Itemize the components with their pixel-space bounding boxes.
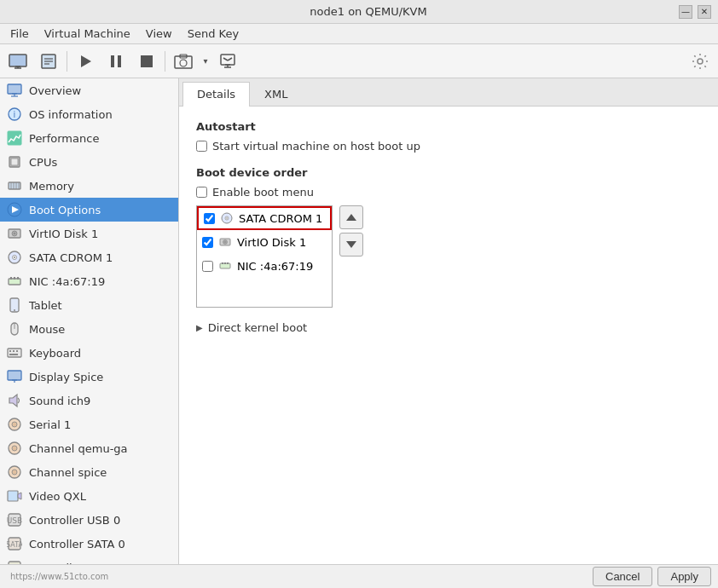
sidebar-item-sata-label: Controller SATA 0 [29,538,125,551]
sidebar-item-video[interactable]: Video QXL [0,484,178,508]
cancel-button[interactable]: Cancel [593,567,652,586]
svg-rect-30 [11,159,18,165]
menu-virtual-machine[interactable]: Virtual Machine [38,26,137,42]
pause-button[interactable] [101,47,130,76]
redirect-button[interactable] [213,47,242,76]
svg-rect-57 [8,371,21,380]
sidebar-item-boot-options[interactable]: Boot Options [0,198,178,222]
minimize-button[interactable]: — [679,5,692,19]
boot-arrows [339,205,363,257]
toolbar-dropdown[interactable]: ▾ [200,47,211,76]
close-button[interactable]: ✕ [698,5,711,19]
enable-boot-menu-checkbox[interactable] [196,187,207,198]
boot-item-1-icon [218,235,232,249]
sidebar-item-pcie[interactable]: PCIe Controller PCIe 0 [0,556,178,564]
svg-rect-54 [13,350,14,352]
boot-list-item-2[interactable]: NIC :4a:67:19 [197,254,332,278]
svg-point-21 [698,59,703,64]
sidebar-item-os-info[interactable]: i OS information [0,102,178,126]
settings-button[interactable] [686,47,715,76]
sidebar-item-sata-cdrom[interactable]: SATA CDROM 1 [0,245,178,269]
boot-item-0-checkbox[interactable] [204,213,215,224]
sidebar-item-usb-label: Controller USB 0 [29,514,120,527]
svg-marker-8 [81,55,91,67]
sidebar-item-virtio-disk[interactable]: VirtIO Disk 1 [0,222,178,245]
console-button[interactable] [3,47,32,76]
enable-boot-menu-row: Enable boot menu [196,186,701,199]
svg-rect-9 [111,55,114,67]
boot-item-2-icon [218,259,232,273]
boot-list-item-1[interactable]: VirtIO Disk 1 [197,230,332,254]
channel-spice-icon [7,464,22,480]
sidebar-item-nic-label: NIC :4a:67:19 [29,275,105,288]
tab-bar: Details XML [179,78,718,107]
svg-rect-83 [224,262,226,264]
boot-device-list: SATA CDROM 1 VirtIO Disk 1 [196,205,333,308]
sidebar-item-cpus[interactable]: CPUs [0,150,178,174]
serial-icon [7,417,22,432]
overview-icon [7,83,22,98]
sidebar-item-boot-options-label: Boot Options [29,204,101,216]
sidebar-item-mouse-label: Mouse [29,323,65,336]
sata-icon: SATA [7,536,22,551]
sidebar-item-channel-spice[interactable]: Channel spice [0,460,178,484]
sidebar-item-performance[interactable]: Performance [0,126,178,150]
sata-cdrom-icon [7,250,22,265]
svg-rect-53 [9,350,11,352]
move-up-button[interactable] [339,205,363,229]
watermark-text: https://www.51cto.com [10,572,108,581]
svg-point-43 [14,257,15,258]
menu-send-key[interactable]: Send Key [181,26,246,42]
virtio-disk-icon [7,226,22,241]
sidebar-item-mouse[interactable]: Mouse [0,317,178,341]
boot-device-order-title: Boot device order [196,166,701,179]
memory-icon [7,178,22,193]
menu-view[interactable]: View [139,26,179,42]
sidebar-item-memory[interactable]: Memory [0,174,178,198]
sidebar-item-keyboard[interactable]: Keyboard [0,341,178,365]
tab-details[interactable]: Details [182,82,250,107]
boot-item-2-checkbox[interactable] [202,261,213,272]
autostart-checkbox-label: Start virtual machine on host boot up [212,140,420,153]
sidebar-item-channel-spice-label: Channel spice [29,466,107,479]
usb-icon: USB [7,512,22,527]
toolbar-sep-2 [165,51,165,72]
apply-button[interactable]: Apply [657,567,711,586]
sidebar-item-nic[interactable]: NIC :4a:67:19 [0,269,178,293]
tab-xml[interactable]: XML [250,82,302,106]
autostart-checkbox[interactable] [196,141,207,152]
sidebar-item-tablet[interactable]: Tablet [0,293,178,317]
svg-rect-15 [221,55,235,65]
screenshot-button[interactable] [169,47,198,76]
svg-line-19 [223,58,228,61]
tablet-icon [7,297,22,313]
direct-kernel-boot-collapsible[interactable]: ▶ Direct kernel boot [196,321,701,334]
sidebar-item-sound[interactable]: Sound ich9 [0,389,178,412]
menu-file[interactable]: File [3,26,36,42]
svg-rect-46 [14,277,15,280]
sidebar: Overview i OS information Performance CP… [0,78,179,564]
boot-options-icon [7,202,22,217]
move-down-button[interactable] [339,233,363,257]
sidebar-item-usb[interactable]: USB Controller USB 0 [0,508,178,532]
sidebar-item-serial[interactable]: Serial 1 [0,412,178,436]
sidebar-item-overview[interactable]: Overview [0,78,178,102]
boot-list-item-0[interactable]: SATA CDROM 1 [197,206,332,230]
sidebar-item-sata[interactable]: SATA Controller SATA 0 [0,532,178,556]
svg-point-64 [12,446,17,451]
run-button[interactable] [71,47,100,76]
sidebar-item-channel-qemu[interactable]: Channel qemu-ga [0,436,178,460]
performance-icon [7,130,22,146]
sidebar-item-display-spice[interactable]: Display Spice [0,365,178,389]
toolbar-right [686,47,715,76]
stop-button[interactable] [132,47,161,76]
details-button[interactable] [34,47,63,76]
sidebar-item-sound-label: Sound ich9 [29,395,90,407]
boot-item-1-checkbox[interactable] [202,237,213,248]
svg-rect-22 [8,84,21,94]
toolbar-sep-1 [67,51,67,72]
boot-item-2-label: NIC :4a:67:19 [237,260,313,273]
svg-marker-86 [346,241,356,248]
sidebar-item-cpus-label: CPUs [29,156,57,169]
main-layout: Overview i OS information Performance CP… [0,78,718,564]
